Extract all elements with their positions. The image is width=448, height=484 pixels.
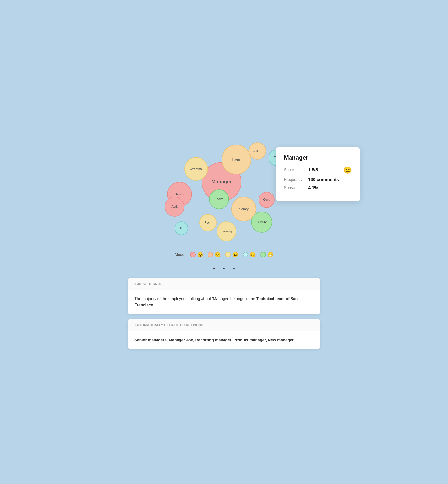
bubble-recr[interactable]: Recr.: [199, 214, 217, 231]
keyword-card: AUTOMATICALLY EXTRACTED KEYWORD Senior m…: [128, 319, 320, 349]
bubble-culture-mid[interactable]: Culture: [251, 212, 272, 233]
bubble-training[interactable]: Training: [217, 221, 236, 241]
bubble-team-top[interactable]: Team: [222, 145, 251, 174]
bubble-overtime[interactable]: Overtime: [184, 157, 208, 181]
mood-emoji-2: 😒: [215, 252, 221, 258]
tooltip-spread-row: Spread: 4.1%: [284, 185, 352, 191]
bubble-leave[interactable]: Leave: [209, 189, 229, 209]
mood-emoji-4: 😊: [250, 252, 256, 258]
mood-emoji-3: 😐: [232, 252, 238, 258]
frequency-value: 130 comments: [308, 177, 339, 182]
sub-attribute-prefix: The majority of the employees talking ab…: [134, 297, 255, 301]
spread-label: Spread:: [284, 186, 306, 190]
spread-value: 4.1%: [308, 185, 318, 191]
sub-attribute-header: SUB ATTRIBUTE:: [128, 278, 320, 290]
arrow-3: ↓: [232, 263, 236, 270]
mood-item-5: 😁: [260, 252, 273, 258]
tooltip-emoji: 😐: [343, 166, 352, 174]
mood-emoji-5: 😁: [267, 252, 273, 258]
mood-dot-4: [243, 252, 248, 257]
score-label: Score:: [284, 168, 306, 172]
arrows-row: ↓ ↓ ↓: [212, 263, 236, 270]
bubble-com[interactable]: Com.: [259, 192, 275, 208]
frequency-label: Frequency:: [284, 177, 306, 182]
mood-label: Mood:: [175, 252, 185, 257]
keyword-body: Senior managers, Manager Joe, Reporting …: [128, 331, 320, 349]
mood-item-3: 😐: [225, 252, 238, 258]
sub-attribute-body: The majority of the employees talking ab…: [128, 290, 320, 314]
arrow-1: ↓: [212, 263, 216, 270]
main-container: Manager Score: 1.5/5 😐 Frequency: 130 co…: [118, 115, 330, 369]
bubble-culture-top[interactable]: Culture: [249, 142, 266, 160]
bubble-acti[interactable]: Acti.: [165, 197, 184, 217]
mood-dot-1: [190, 252, 196, 257]
arrow-2: ↓: [222, 263, 226, 270]
sub-attribute-card: SUB ATTRIBUTE: The majority of the emplo…: [128, 278, 320, 314]
tooltip-title: Manager: [284, 154, 352, 161]
keyword-header: AUTOMATICALLY EXTRACTED KEYWORD: [128, 319, 320, 331]
mood-row: Mood: 😵 😒 😐 😊 😁: [175, 252, 273, 258]
mood-dot-5: [260, 252, 266, 257]
mood-item-2: 😒: [208, 252, 221, 258]
tooltip-score-row: Score: 1.5/5 😐: [284, 166, 352, 174]
bubble-ti[interactable]: Ti.: [175, 221, 188, 235]
score-value: 1.5/5: [308, 168, 318, 173]
tooltip-frequency-row: Frequency: 130 comments: [284, 177, 352, 182]
mood-dot-2: [208, 252, 213, 257]
mood-dot-3: [225, 252, 231, 257]
mood-item-4: 😊: [243, 252, 256, 258]
tooltip-card: Manager Score: 1.5/5 😐 Frequency: 130 co…: [276, 147, 360, 201]
bubble-area: Manager Score: 1.5/5 😐 Frequency: 130 co…: [128, 130, 320, 249]
mood-item-1: 😵: [190, 252, 203, 258]
mood-emoji-1: 😵: [197, 252, 203, 258]
keyword-list: Senior managers, Manager Joe, Reporting …: [134, 338, 294, 342]
bubble-canvas[interactable]: Manager Score: 1.5/5 😐 Frequency: 130 co…: [152, 142, 296, 236]
